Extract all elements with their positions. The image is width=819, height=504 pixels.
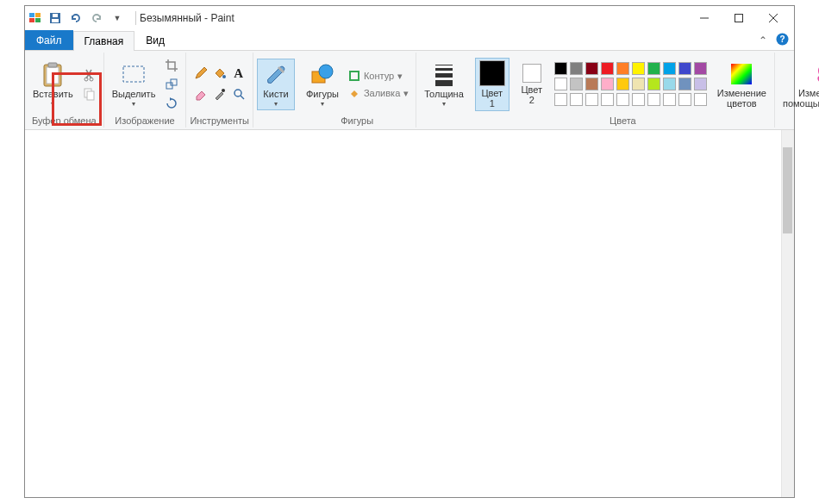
eraser-icon[interactable]: [192, 85, 209, 103]
group-tools: A Инструменты: [186, 53, 253, 128]
svg-rect-15: [48, 63, 57, 67]
palette-color[interactable]: [694, 93, 707, 106]
fill-icon[interactable]: [211, 65, 228, 82]
color2-button[interactable]: Цвет 2: [515, 61, 549, 108]
palette-color[interactable]: [554, 78, 567, 90]
palette-color[interactable]: [678, 62, 691, 75]
palette-color[interactable]: [585, 62, 598, 75]
group-brushes: Кисти ▾: [253, 53, 298, 128]
redo-icon[interactable]: [89, 10, 104, 26]
text-icon[interactable]: A: [230, 65, 247, 82]
tab-view[interactable]: Вид: [134, 30, 176, 50]
palette-color[interactable]: [585, 93, 598, 106]
paint3d-icon: [810, 60, 819, 88]
paint3d-button[interactable]: Изменить с помощью Paint 3D: [778, 58, 819, 111]
size-button[interactable]: Толщина ▾: [420, 59, 468, 109]
titlebar: ▼ Безымянный - Paint: [25, 6, 794, 30]
color-picker-icon[interactable]: [211, 85, 228, 103]
select-button[interactable]: Выделить ▾: [108, 59, 160, 109]
svg-rect-1: [35, 13, 41, 17]
qat-customize-icon[interactable]: ▼: [109, 10, 125, 26]
ribbon-collapse-icon[interactable]: ⌃: [759, 34, 767, 47]
crop-icon[interactable]: [163, 57, 180, 74]
edit-colors-icon: [728, 60, 755, 88]
palette-color[interactable]: [694, 62, 707, 75]
copy-icon[interactable]: [81, 85, 98, 103]
palette-color[interactable]: [694, 78, 707, 90]
thickness-icon: [430, 61, 458, 89]
svg-rect-0: [29, 13, 34, 17]
close-button[interactable]: [756, 6, 791, 30]
color1-swatch: [479, 60, 505, 86]
palette-color[interactable]: [678, 93, 691, 106]
svg-line-26: [241, 96, 244, 99]
palette-color[interactable]: [632, 78, 645, 90]
palette-color[interactable]: [570, 78, 583, 90]
palette-color[interactable]: [570, 93, 583, 106]
dropdown-arrow-icon: ▾: [321, 100, 324, 108]
save-icon[interactable]: [47, 10, 63, 26]
undo-icon[interactable]: [68, 10, 84, 26]
vertical-scrollbar[interactable]: [781, 130, 794, 497]
palette-color[interactable]: [632, 93, 645, 106]
palette-color[interactable]: [616, 93, 629, 106]
dropdown-arrow-icon: ▾: [274, 100, 278, 108]
palette-color[interactable]: [663, 93, 676, 106]
svg-point-23: [222, 75, 226, 78]
palette-color[interactable]: [663, 62, 676, 75]
group-brushes-label: [274, 115, 277, 128]
edit-colors-label: Изменение цветов: [717, 88, 766, 109]
palette-color[interactable]: [585, 78, 598, 90]
select-rect-icon: [120, 61, 147, 89]
palette-color[interactable]: [647, 93, 660, 106]
palette-color[interactable]: [678, 78, 691, 90]
color1-button[interactable]: Цвет 1: [475, 58, 510, 111]
palette-color[interactable]: [632, 62, 645, 75]
palette-color[interactable]: [601, 78, 614, 90]
palette-color[interactable]: [570, 62, 583, 75]
pencil-icon[interactable]: [192, 65, 209, 82]
svg-point-24: [222, 89, 225, 92]
maximize-button[interactable]: [722, 6, 756, 30]
group-tools-label: Инструменты: [190, 115, 249, 128]
edit-colors-button[interactable]: Изменение цветов: [713, 58, 771, 111]
shape-outline-button[interactable]: Контур ▾: [347, 69, 410, 83]
palette-color[interactable]: [663, 78, 676, 90]
select-label: Выделить: [112, 89, 156, 99]
minimize-button[interactable]: [687, 6, 722, 30]
svg-rect-3: [35, 18, 41, 22]
palette-color[interactable]: [647, 78, 660, 90]
color2-label: Цвет 2: [521, 84, 542, 105]
tab-file[interactable]: Файл: [25, 30, 73, 50]
svg-rect-2: [29, 18, 34, 22]
shapes-icon: [309, 61, 336, 89]
canvas[interactable]: [25, 130, 794, 497]
group-clipboard-label: Буфер обмена: [32, 115, 97, 128]
outline-label: Контур: [364, 71, 394, 81]
palette-color[interactable]: [601, 93, 614, 106]
app-icon: [28, 11, 42, 25]
brush-icon: [262, 61, 290, 89]
scrollbar-thumb[interactable]: [783, 147, 792, 233]
palette-color[interactable]: [647, 62, 660, 75]
resize-icon[interactable]: [163, 76, 180, 93]
palette-color[interactable]: [601, 62, 614, 75]
group-clipboard: Вставить ▾ Буфер обмена: [25, 53, 104, 128]
help-icon[interactable]: ?: [776, 33, 789, 48]
brushes-label: Кисти: [263, 89, 288, 99]
brushes-button[interactable]: Кисти ▾: [257, 59, 295, 109]
paste-button[interactable]: Вставить ▾: [28, 59, 78, 109]
shapes-button[interactable]: Фигуры ▾: [302, 59, 343, 109]
tab-home[interactable]: Главная: [73, 31, 135, 51]
palette-color[interactable]: [554, 93, 567, 106]
magnifier-icon[interactable]: [230, 85, 247, 103]
cut-icon[interactable]: [81, 66, 98, 84]
svg-rect-20: [123, 66, 144, 82]
palette-color[interactable]: [616, 78, 629, 90]
group-image-label: Изображение: [115, 115, 174, 128]
rotate-icon[interactable]: [163, 95, 180, 112]
svg-point-25: [234, 90, 241, 96]
palette-color[interactable]: [554, 62, 567, 75]
shape-fill-button[interactable]: Заливка ▾: [347, 86, 410, 100]
palette-color[interactable]: [616, 62, 629, 75]
